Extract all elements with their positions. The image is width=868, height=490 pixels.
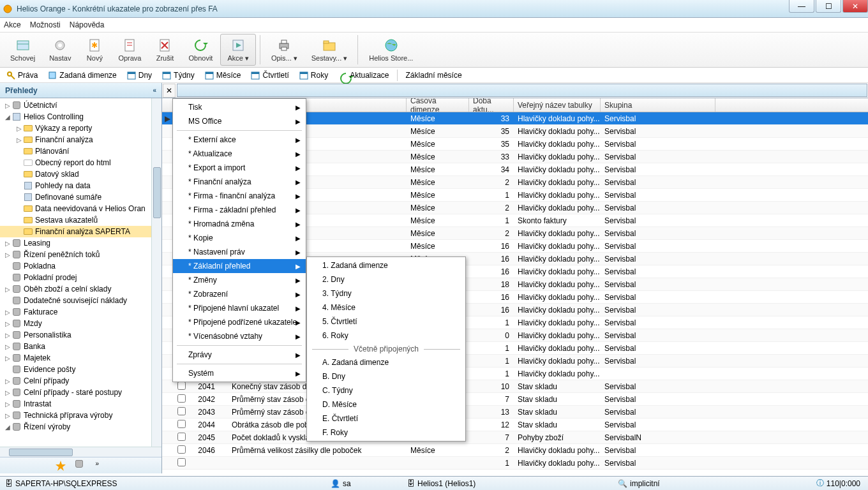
ctx-item[interactable]: Tisk▶: [173, 100, 306, 114]
ctx-sub-item[interactable]: C. Týdny: [307, 383, 465, 397]
ctx-item[interactable]: * Aktualizace▶: [173, 147, 306, 161]
tb2-tvrtlet[interactable]: Čtvrtletí: [247, 71, 292, 80]
ctx-item[interactable]: * Změny▶: [173, 273, 306, 287]
toolbar-akce[interactable]: Akce ▾: [220, 34, 256, 66]
ctx-sub-item[interactable]: 3. Týdny: [307, 286, 465, 301]
ctx-item[interactable]: * Připojené hlavní ukazatel▶: [173, 301, 306, 315]
ctx-sub-item[interactable]: 1. Zadaná dimenze: [307, 258, 465, 272]
ctx-sub-item[interactable]: A. Zadaná dimenze: [307, 355, 465, 369]
tree-twisty[interactable]: ▷: [4, 320, 11, 327]
tree-twisty[interactable]: ▷: [4, 412, 11, 419]
toolbar-schovej[interactable]: Schovej: [4, 34, 41, 66]
ctx-item[interactable]: * Export a import▶: [173, 161, 306, 175]
tree-twisty[interactable]: ◢: [4, 114, 11, 121]
tree-twisty[interactable]: ▷: [4, 251, 11, 258]
col-cas[interactable]: Časová dimenze: [407, 98, 469, 112]
ctx-item[interactable]: * Externí akce▶: [173, 133, 306, 147]
tree-twisty[interactable]: ▷: [4, 102, 11, 109]
table-row[interactable]: 2045Počet dokladů k vyskladněn7Pohyby zb…: [162, 431, 868, 444]
ctx-item[interactable]: * Základní přehled▶: [173, 259, 306, 273]
table-row[interactable]: 2046Průměrná velikost zásilky dle poboče…: [162, 444, 868, 457]
row-checkbox[interactable]: [177, 382, 186, 390]
tree-twisty[interactable]: ▷: [4, 355, 11, 362]
tb2-zadandimenze[interactable]: Zadaná dimenze: [44, 71, 120, 80]
ctx-sub-item[interactable]: 6. Roky: [307, 329, 465, 343]
ctx-item[interactable]: * Finanční analýza▶: [173, 175, 306, 189]
tree-twisty[interactable]: ▷: [4, 332, 11, 339]
tree-node[interactable]: ▷Majetek: [0, 352, 161, 364]
tree-twisty[interactable]: ▷: [4, 378, 11, 385]
row-checkbox[interactable]: [177, 445, 186, 454]
tree-node[interactable]: ▷Banka: [0, 341, 161, 352]
tree-node[interactable]: ▷Oběh zboží a celní sklady: [0, 283, 161, 295]
tree-h-scrollbar[interactable]: [0, 447, 161, 457]
tree-node[interactable]: ▷Intrastat: [0, 398, 161, 410]
tb2-roky[interactable]: Roky: [296, 71, 332, 80]
row-checkbox[interactable]: [177, 458, 186, 466]
tree-node[interactable]: Dodatečné související náklady: [0, 295, 161, 306]
tb2-msce[interactable]: Měsíce: [201, 71, 245, 80]
tree-node[interactable]: ◢Řízení výroby: [0, 421, 161, 433]
tree-node[interactable]: ▷Celní případy - staré postupy: [0, 387, 161, 398]
footer-star-icon[interactable]: [55, 460, 66, 471]
ctx-sub-item[interactable]: 2. Dny: [307, 272, 465, 286]
toolbar-zruit[interactable]: Zrušit: [149, 34, 181, 66]
tab-close-button[interactable]: ✕: [163, 84, 176, 98]
menu-akce[interactable]: Akce: [4, 20, 21, 29]
table-row[interactable]: 2042Průměrný stav zásob dle pol7Stav skl…: [162, 393, 868, 406]
ctx-item[interactable]: * Firma - finanční analýza▶: [173, 189, 306, 203]
row-checkbox[interactable]: [177, 420, 186, 428]
row-checkbox[interactable]: [177, 433, 186, 441]
tree-node[interactable]: Obecný report do html: [0, 157, 161, 168]
tree-node[interactable]: Pokladní prodej: [0, 272, 161, 283]
col-sku[interactable]: Skupina: [601, 98, 715, 112]
tree-node[interactable]: Pokladna: [0, 260, 161, 272]
ctx-sub-item[interactable]: B. Dny: [307, 369, 465, 383]
table-row[interactable]: 2044Obrátka zásob dle poboček12Stav skla…: [162, 419, 868, 431]
tree-node[interactable]: Plánování: [0, 145, 161, 157]
toolbar-nastav[interactable]: Nastav: [43, 34, 77, 66]
tree-node[interactable]: ▷Fakturace: [0, 306, 161, 318]
row-checkbox[interactable]: [177, 407, 186, 415]
close-button[interactable]: ✕: [842, 0, 868, 13]
footer-chevron-icon[interactable]: »: [96, 460, 107, 471]
row-checkbox[interactable]: [177, 394, 186, 403]
ctx-item[interactable]: MS Office▶: [173, 114, 306, 128]
ctx-item[interactable]: * Kopie▶: [173, 231, 306, 245]
sidebar-collapse-icon[interactable]: «: [153, 87, 156, 94]
toolbar-obnovit[interactable]: Obnovit: [182, 34, 219, 66]
tree-node[interactable]: ▷Řízení peněžních toků: [0, 249, 161, 260]
tree-twisty[interactable]: ▷: [4, 240, 11, 247]
tree-node[interactable]: Definované sumáře: [0, 191, 161, 203]
tree-node[interactable]: ▷Finanční analýza: [0, 134, 161, 145]
tree-node[interactable]: Evidence pošty: [0, 364, 161, 375]
ctx-sub-item[interactable]: 4. Měsíce: [307, 301, 465, 315]
tree-scrollbar[interactable]: [151, 98, 161, 447]
tree-twisty[interactable]: ▷: [4, 309, 11, 316]
tree-twisty[interactable]: ▷: [4, 389, 11, 396]
ctx-item[interactable]: * Firma - základní přehled▶: [173, 203, 306, 217]
tree-twisty[interactable]: ▷: [4, 343, 11, 350]
ctx-item[interactable]: Systém▶: [173, 366, 306, 380]
ctx-item[interactable]: * Zobrazení▶: [173, 287, 306, 301]
toolbar-heliosstore[interactable]: Helios Store...: [363, 34, 419, 66]
tree-node[interactable]: ▷Celní případy: [0, 375, 161, 387]
col-ver[interactable]: Veřejný název tabulky: [514, 98, 601, 112]
ctx-sub-item[interactable]: 5. Čtvrtletí: [307, 315, 465, 329]
footer-db-icon[interactable]: [75, 460, 87, 471]
ctx-item[interactable]: Zprávy▶: [173, 348, 306, 362]
menu-moznosti[interactable]: Možnosti: [30, 20, 61, 29]
group-drop-area[interactable]: [177, 84, 867, 97]
toolbar-nov[interactable]: ✱Nový: [79, 34, 110, 66]
tree-twisty[interactable]: ▷: [15, 137, 23, 144]
ctx-sub-item[interactable]: E. Čtvrtletí: [307, 412, 465, 426]
tree-node[interactable]: Datový sklad: [0, 168, 161, 180]
tb2-aktualizace[interactable]: Aktualizace: [334, 71, 393, 80]
toolbar-opis[interactable]: Opis... ▾: [265, 34, 304, 66]
tree-node[interactable]: ▷Leasing: [0, 237, 161, 249]
toolbar-oprava[interactable]: Oprava: [112, 34, 147, 66]
tree-node[interactable]: Finanční analýza SAPERTA: [0, 226, 161, 237]
tb2-zkladnmsce[interactable]: Základní měsíce: [402, 71, 466, 80]
minimize-button[interactable]: —: [789, 0, 814, 13]
tree-twisty[interactable]: ▷: [15, 125, 23, 132]
